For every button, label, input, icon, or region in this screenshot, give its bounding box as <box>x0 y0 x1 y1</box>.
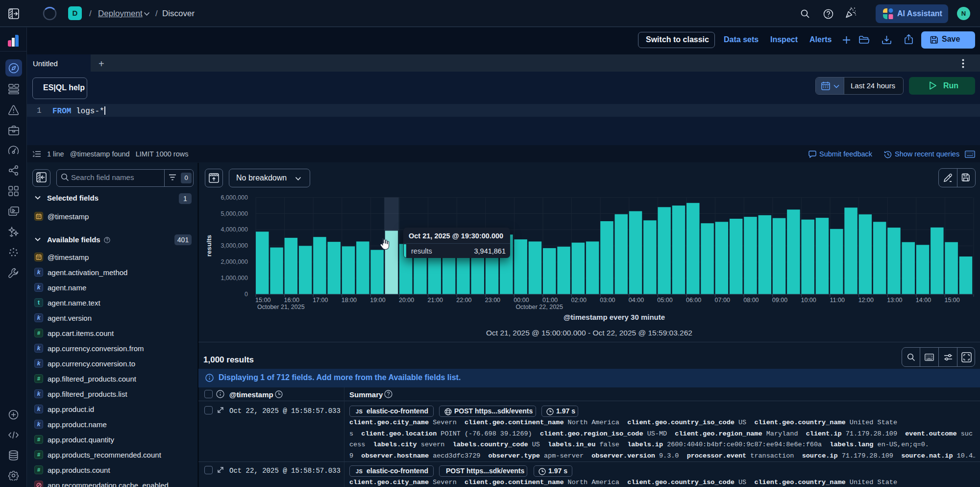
svg-text:15:00: 15:00 <box>944 297 959 304</box>
svg-text:19:00: 19:00 <box>370 297 385 304</box>
svg-text:2,000,000: 2,000,000 <box>220 258 248 265</box>
svg-text:16:00: 16:00 <box>284 297 299 304</box>
svg-text:14:00: 14:00 <box>916 297 931 304</box>
svg-text:02:00: 02:00 <box>571 297 587 304</box>
svg-text:1,000,000: 1,000,000 <box>220 275 248 282</box>
svg-text:23:00: 23:00 <box>485 297 500 304</box>
svg-text:October 21, 2025: October 21, 2025 <box>257 304 305 310</box>
svg-text:21:00: 21:00 <box>428 297 443 304</box>
svg-text:17:00: 17:00 <box>313 297 328 304</box>
svg-text:results: results <box>205 235 213 256</box>
svg-text:22:00: 22:00 <box>456 297 471 304</box>
svg-text:5,000,000: 5,000,000 <box>220 210 248 217</box>
svg-text:3,000,000: 3,000,000 <box>220 242 248 249</box>
svg-text:08:00: 08:00 <box>743 297 759 304</box>
svg-text:09:00: 09:00 <box>772 297 787 304</box>
svg-text:October 22, 2025: October 22, 2025 <box>515 304 563 310</box>
svg-text:01:00: 01:00 <box>542 297 558 304</box>
svg-text:12:00: 12:00 <box>858 297 874 304</box>
svg-text:11:00: 11:00 <box>830 297 845 304</box>
svg-text:4,000,000: 4,000,000 <box>220 226 248 233</box>
svg-text:04:00: 04:00 <box>629 297 644 304</box>
svg-text:13:00: 13:00 <box>887 297 902 304</box>
svg-text:10:00: 10:00 <box>801 297 816 304</box>
svg-text:0: 0 <box>245 291 248 298</box>
svg-text:06:00: 06:00 <box>686 297 701 304</box>
svg-text:18:00: 18:00 <box>342 297 357 304</box>
svg-text:00:00: 00:00 <box>514 297 529 304</box>
svg-text:6,000,000: 6,000,000 <box>220 194 248 201</box>
svg-text:07:00: 07:00 <box>715 297 730 304</box>
svg-text:05:00: 05:00 <box>657 297 672 304</box>
svg-text:15:00: 15:00 <box>255 297 270 304</box>
svg-text:20:00: 20:00 <box>399 297 414 304</box>
svg-text:03:00: 03:00 <box>600 297 615 304</box>
